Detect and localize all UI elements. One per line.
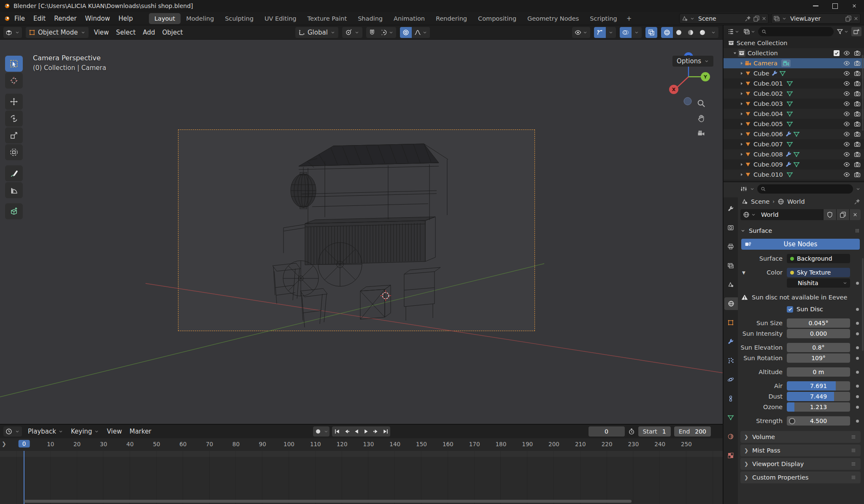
use-preview-range-icon[interactable]	[628, 428, 635, 435]
viewport-menu-add[interactable]: Add	[141, 29, 157, 36]
decorator-dot[interactable]	[856, 346, 859, 349]
workspace-tab-texture-paint[interactable]: Texture Paint	[302, 13, 353, 24]
new-viewlayer-icon[interactable]	[845, 15, 852, 22]
properties-tab-render[interactable]	[724, 221, 737, 234]
render-visibility-icon[interactable]	[854, 60, 861, 67]
hide-eye-icon[interactable]	[843, 141, 850, 148]
options-dropdown[interactable]: Options	[672, 56, 713, 67]
outliner-item-cube-001[interactable]: Cube.001	[724, 78, 864, 89]
outliner-item-cube-007[interactable]: Cube.007	[724, 139, 864, 149]
render-visibility-icon[interactable]	[854, 121, 861, 127]
render-visibility-icon[interactable]	[854, 90, 861, 97]
expand-icon[interactable]	[739, 101, 745, 106]
breadcrumb-world[interactable]: World	[787, 198, 805, 205]
collapse-icon[interactable]	[732, 51, 738, 56]
xray-toggle[interactable]	[645, 27, 657, 38]
strength-field[interactable]: 4.500	[787, 416, 850, 426]
properties-search-input[interactable]	[757, 184, 853, 194]
auto-key-dropdown[interactable]	[323, 426, 329, 437]
fake-user-button[interactable]	[823, 209, 836, 220]
outliner-collection[interactable]: Collection	[724, 48, 864, 58]
proportional-edit-toggle[interactable]	[400, 27, 412, 38]
remove-viewlayer-icon[interactable]	[853, 16, 859, 21]
next-keyframe-button[interactable]	[371, 426, 381, 437]
tool-transform[interactable]	[5, 144, 23, 160]
current-frame-indicator[interactable]: 0	[19, 440, 30, 447]
properties-tab-object[interactable]	[724, 316, 737, 329]
properties-tab-material[interactable]	[724, 430, 737, 443]
expand-icon[interactable]	[739, 81, 745, 86]
timeline-menu-view[interactable]: View	[105, 428, 124, 435]
shading-wireframe-button[interactable]	[661, 27, 673, 38]
show-gizmo-toggle[interactable]	[594, 27, 606, 38]
timeline-menu-keying[interactable]: Keying	[69, 428, 101, 435]
tool-cursor[interactable]	[5, 73, 23, 89]
close-button[interactable]	[845, 0, 864, 12]
hide-eye-icon[interactable]	[843, 50, 850, 57]
timeline-scrollbar[interactable]	[24, 500, 632, 503]
tool-rotate[interactable]	[5, 111, 23, 127]
properties-tab-data[interactable]	[724, 411, 737, 424]
tool-scale[interactable]	[5, 127, 23, 143]
color-texture-button[interactable]: Sky Texture	[787, 268, 850, 277]
hide-eye-icon[interactable]	[843, 100, 850, 107]
expand-icon[interactable]	[739, 132, 745, 137]
hide-eye-icon[interactable]	[843, 151, 850, 158]
hide-eye-icon[interactable]	[843, 161, 850, 168]
properties-tab-output[interactable]	[724, 240, 737, 253]
expand-icon[interactable]	[739, 172, 745, 177]
decorator-dot[interactable]	[856, 322, 859, 325]
workspace-tab-animation[interactable]: Animation	[388, 13, 430, 24]
hide-eye-icon[interactable]	[843, 171, 850, 178]
overlays-dropdown[interactable]	[632, 27, 642, 38]
decorator-dot[interactable]	[856, 420, 859, 423]
render-visibility-icon[interactable]	[854, 50, 861, 57]
outliner-editor-type-button[interactable]	[726, 27, 740, 36]
workspace-tab-sculpting[interactable]: Sculpting	[219, 13, 259, 24]
maximize-button[interactable]	[825, 0, 845, 12]
decorator-dot[interactable]	[856, 406, 859, 409]
pivot-point-dropdown[interactable]	[342, 27, 362, 38]
viewport-3d[interactable]: Object Mode View Select Add Object Globa…	[0, 25, 723, 424]
minimize-button[interactable]	[806, 0, 825, 12]
timeline-ruler[interactable]: 0 10203040506070809010011012013014015016…	[0, 438, 723, 451]
shading-dropdown[interactable]	[708, 27, 718, 38]
timeline-menu-marker[interactable]: Marker	[128, 428, 153, 435]
sun-disc-checkbox[interactable]	[787, 306, 793, 313]
hide-eye-icon[interactable]	[843, 121, 850, 127]
properties-tab-viewlayer[interactable]	[724, 259, 737, 272]
tool-move[interactable]	[5, 94, 23, 110]
outliner-item-cube-003[interactable]: Cube.003	[724, 99, 864, 109]
workspace-tab-rendering[interactable]: Rendering	[430, 13, 472, 24]
sun-elevation-field[interactable]: 0.8°	[787, 343, 850, 352]
previous-keyframe-button[interactable]	[342, 426, 351, 437]
jump-to-start-button[interactable]	[332, 426, 342, 437]
transform-orientation-dropdown[interactable]: Global	[295, 27, 338, 38]
scene-selector[interactable]: Scene	[679, 13, 769, 24]
workspace-tab-modeling[interactable]: Modeling	[181, 13, 219, 24]
decorator-dot[interactable]	[856, 332, 859, 335]
outliner-item-cube-006[interactable]: Cube.006	[724, 129, 864, 139]
proportional-falloff-dropdown[interactable]	[412, 27, 430, 38]
timeline-menu-playback[interactable]: Playback	[26, 428, 65, 435]
outliner-item-cube-008[interactable]: Cube.008	[724, 149, 864, 159]
workspace-tab-geometry-nodes[interactable]: Geometry Nodes	[522, 13, 584, 24]
add-workspace-button[interactable]: +	[623, 13, 636, 24]
surface-shader-dropdown[interactable]: Background	[787, 254, 850, 263]
panel-viewport-display[interactable]: ❯Viewport Display	[740, 458, 861, 470]
surface-panel-header[interactable]: Surface	[740, 225, 861, 236]
render-visibility-icon[interactable]	[854, 111, 861, 117]
hide-eye-icon[interactable]	[843, 111, 850, 117]
expand-icon[interactable]	[739, 142, 745, 147]
shading-rendered-button[interactable]	[697, 27, 708, 38]
app-menu-icon[interactable]	[3, 15, 10, 22]
air-slider[interactable]: 7.691	[787, 381, 850, 391]
menu-help[interactable]: Help	[114, 14, 137, 23]
ozone-slider[interactable]: 1.213	[787, 402, 850, 412]
menu-file[interactable]: File	[10, 14, 29, 23]
dust-slider[interactable]: 7.449	[787, 392, 850, 401]
outliner-item-cube-009[interactable]: Cube.009	[724, 159, 864, 170]
render-visibility-icon[interactable]	[854, 171, 861, 178]
timeline-tracks[interactable]	[0, 451, 723, 504]
panel-custom-properties[interactable]: ❯Custom Properties	[740, 472, 861, 483]
